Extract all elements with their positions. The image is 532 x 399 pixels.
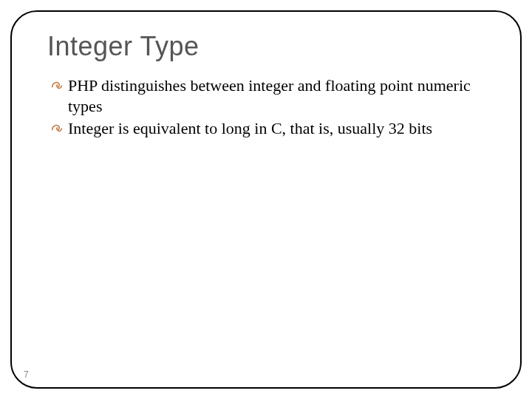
flourish-icon	[50, 78, 64, 92]
slide-title: Integer Type	[47, 31, 489, 62]
flourish-icon	[50, 121, 64, 134]
list-item: PHP distinguishes between integer and fl…	[50, 75, 489, 117]
bullet-text: Integer is equivalent to long in C, that…	[68, 119, 432, 137]
bullet-list: PHP distinguishes between integer and fl…	[43, 75, 489, 139]
page-number: 7	[24, 369, 29, 380]
list-item: Integer is equivalent to long in C, that…	[50, 118, 489, 139]
slide-frame: Integer Type PHP distinguishes between i…	[10, 10, 522, 389]
bullet-text: PHP distinguishes between integer and fl…	[68, 76, 471, 115]
